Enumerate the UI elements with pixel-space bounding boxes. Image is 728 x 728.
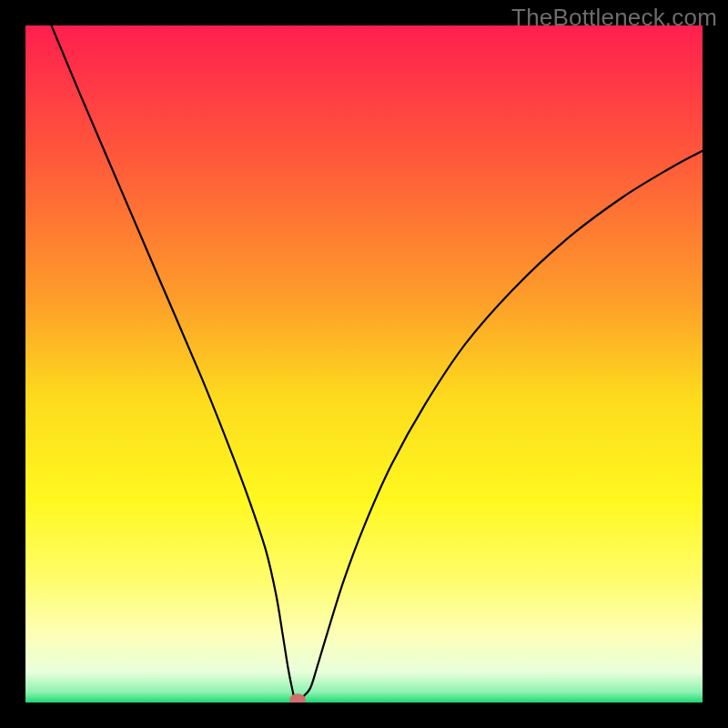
- plot-area: [25, 25, 703, 703]
- chart-svg: [25, 25, 703, 703]
- outer-frame: TheBottleneck.com: [0, 0, 728, 728]
- gradient-background: [25, 25, 703, 703]
